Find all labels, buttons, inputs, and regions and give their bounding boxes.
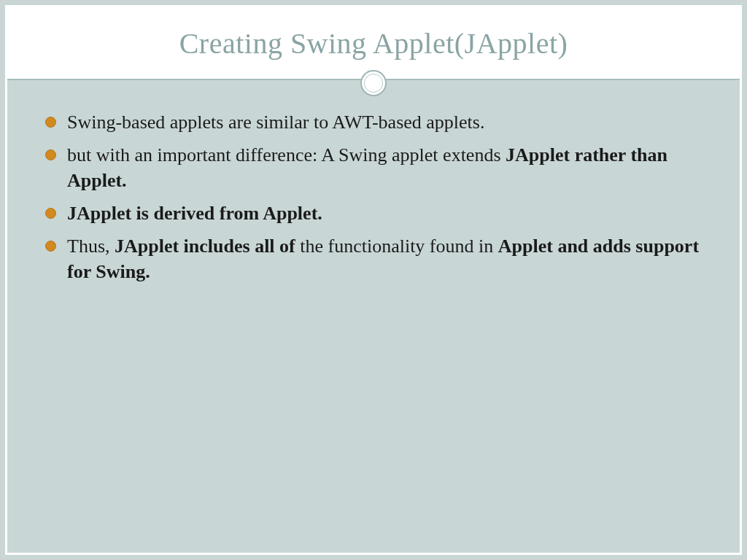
text-segment: Swing-based applets are similar to AWT-b…: [67, 112, 484, 133]
text-segment: but with an important difference: A Swin…: [67, 144, 506, 166]
text-segment: JApplet is derived from Applet.: [67, 203, 322, 224]
list-item: Swing-based applets are similar to AWT-b…: [42, 109, 705, 135]
slide-body: Swing-based applets are similar to AWT-b…: [7, 80, 740, 307]
bullet-list: Swing-based applets are similar to AWT-b…: [42, 109, 705, 285]
circle-ornament-icon: [360, 70, 387, 96]
list-item: JApplet is derived from Applet.: [42, 201, 705, 226]
slide: Creating Swing Applet(JApplet) Swing-bas…: [0, 0, 747, 560]
list-item: but with an important difference: A Swin…: [42, 142, 705, 193]
slide-frame: Creating Swing Applet(JApplet) Swing-bas…: [5, 5, 742, 555]
text-segment: Thus,: [67, 236, 115, 257]
slide-title: Creating Swing Applet(JApplet): [179, 26, 568, 61]
text-segment: JApplet includes all of: [115, 236, 300, 257]
text-segment: the functionality found in: [300, 236, 498, 257]
list-item: Thus, JApplet includes all of the functi…: [42, 233, 705, 284]
slide-header: Creating Swing Applet(JApplet): [7, 7, 740, 80]
